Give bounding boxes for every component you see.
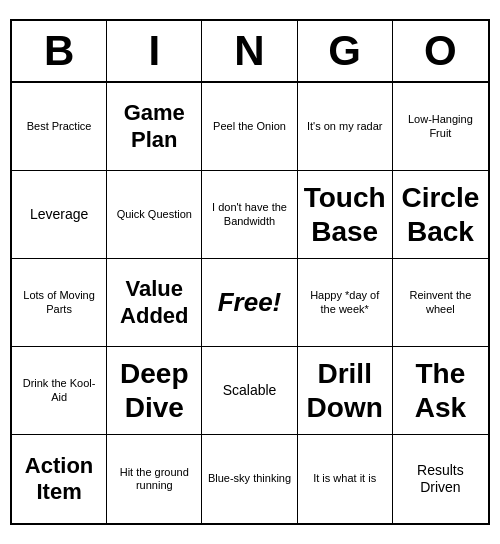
bingo-cell-text-2: Peel the Onion [213, 120, 286, 133]
bingo-cell-text-14: Reinvent the wheel [397, 289, 484, 315]
bingo-cell-6: Quick Question [107, 171, 202, 259]
bingo-cell-5: Leverage [12, 171, 107, 259]
bingo-cell-text-5: Leverage [30, 206, 88, 223]
bingo-cell-18: Drill Down [298, 347, 393, 435]
bingo-cell-text-20: Action Item [16, 453, 102, 506]
bingo-cell-text-11: Value Added [111, 276, 197, 329]
bingo-cell-2: Peel the Onion [202, 83, 297, 171]
bingo-cell-15: Drink the Kool-Aid [12, 347, 107, 435]
bingo-cell-text-7: I don't have the Bandwidth [206, 201, 292, 227]
bingo-cell-20: Action Item [12, 435, 107, 523]
bingo-cell-4: Low-Hanging Fruit [393, 83, 488, 171]
bingo-cell-text-19: The Ask [397, 357, 484, 424]
bingo-cell-8: Touch Base [298, 171, 393, 259]
bingo-cell-text-12: Free! [218, 287, 282, 318]
bingo-cell-12: Free! [202, 259, 297, 347]
bingo-grid: Best PracticeGame PlanPeel the OnionIt's… [12, 83, 488, 523]
bingo-cell-text-10: Lots of Moving Parts [16, 289, 102, 315]
bingo-cell-text-6: Quick Question [117, 208, 192, 221]
bingo-cell-text-13: Happy *day of the week* [302, 289, 388, 315]
bingo-cell-10: Lots of Moving Parts [12, 259, 107, 347]
bingo-cell-7: I don't have the Bandwidth [202, 171, 297, 259]
bingo-cell-text-9: Circle Back [397, 181, 484, 248]
bingo-cell-text-24: Results Driven [397, 462, 484, 496]
bingo-cell-text-1: Game Plan [111, 100, 197, 153]
bingo-card: BINGO Best PracticeGame PlanPeel the Oni… [10, 19, 490, 525]
bingo-cell-11: Value Added [107, 259, 202, 347]
bingo-cell-23: It is what it is [298, 435, 393, 523]
bingo-cell-text-4: Low-Hanging Fruit [397, 113, 484, 139]
bingo-cell-16: Deep Dive [107, 347, 202, 435]
header-letter-i: I [107, 21, 202, 81]
bingo-cell-text-15: Drink the Kool-Aid [16, 377, 102, 403]
bingo-cell-text-18: Drill Down [302, 357, 388, 424]
header-letter-b: B [12, 21, 107, 81]
bingo-cell-17: Scalable [202, 347, 297, 435]
bingo-cell-text-0: Best Practice [27, 120, 92, 133]
bingo-cell-text-17: Scalable [223, 382, 277, 399]
bingo-cell-24: Results Driven [393, 435, 488, 523]
bingo-cell-text-8: Touch Base [302, 181, 388, 248]
bingo-cell-text-23: It is what it is [313, 472, 376, 485]
bingo-cell-text-21: Hit the ground running [111, 466, 197, 492]
bingo-cell-3: It's on my radar [298, 83, 393, 171]
bingo-cell-21: Hit the ground running [107, 435, 202, 523]
bingo-cell-14: Reinvent the wheel [393, 259, 488, 347]
bingo-cell-text-16: Deep Dive [111, 357, 197, 424]
bingo-cell-0: Best Practice [12, 83, 107, 171]
bingo-cell-22: Blue-sky thinking [202, 435, 297, 523]
bingo-cell-13: Happy *day of the week* [298, 259, 393, 347]
bingo-cell-text-22: Blue-sky thinking [208, 472, 291, 485]
bingo-cell-text-3: It's on my radar [307, 120, 382, 133]
bingo-cell-1: Game Plan [107, 83, 202, 171]
bingo-header: BINGO [12, 21, 488, 83]
header-letter-n: N [202, 21, 297, 81]
bingo-cell-9: Circle Back [393, 171, 488, 259]
header-letter-g: G [298, 21, 393, 81]
bingo-cell-19: The Ask [393, 347, 488, 435]
header-letter-o: O [393, 21, 488, 81]
